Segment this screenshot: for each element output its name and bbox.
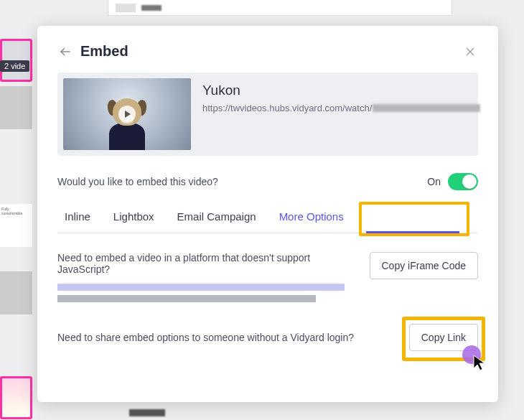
toggle-label: On: [427, 176, 441, 187]
back-arrow-icon[interactable]: [57, 44, 73, 60]
close-icon[interactable]: [462, 44, 478, 60]
code-line: [57, 295, 316, 302]
embed-question: Would you like to embed this video?: [57, 176, 218, 187]
tab-email-campaign[interactable]: Email Campaign: [177, 206, 256, 227]
bg-thumb-5: [0, 376, 32, 419]
code-line: [57, 284, 345, 291]
active-tab-underline: [366, 231, 459, 233]
cursor-arrow-icon: [472, 354, 487, 371]
toggle-wrap: On: [427, 173, 478, 190]
embed-toggle-row: Would you like to embed this video? On: [57, 173, 478, 190]
copy-link-wrap: Copy Link: [409, 324, 478, 351]
bg-thumb-2: [0, 86, 32, 129]
video-meta: Yukon https://twvideos.hubs.vidyard.com/…: [202, 78, 480, 150]
share-section-text: Need to share embed options to someone w…: [57, 332, 354, 343]
bg-redacted-2: [129, 409, 165, 416]
play-icon: [118, 106, 136, 123]
share-link-section: Need to share embed options to someone w…: [57, 324, 478, 351]
iframe-section-text: Need to embed a video in a platform that…: [57, 252, 358, 275]
iframe-section: Need to embed a video in a platform that…: [57, 252, 478, 307]
embed-modal: Embed Yukon https://twvideos.hubs.vidyar…: [37, 26, 498, 402]
video-url-redacted: [373, 104, 480, 112]
modal-header: Embed: [57, 43, 478, 60]
embed-tabs: Inline Lightbox Email Campaign More Opti…: [57, 206, 478, 233]
video-url-prefix: https://twvideos.hubs.vidyard.com/watch/: [202, 103, 372, 113]
tab-inline[interactable]: Inline: [65, 206, 90, 227]
iframe-code-preview: [57, 284, 358, 302]
modal-title: Embed: [80, 43, 462, 60]
video-title: Yukon: [202, 83, 480, 98]
bg-thumb-3: Fully customizable: [0, 204, 32, 247]
tab-more-options[interactable]: More Options: [279, 206, 344, 227]
tab-lightbox[interactable]: Lightbox: [113, 206, 154, 227]
video-url: https://twvideos.hubs.vidyard.com/watch/: [202, 103, 480, 113]
bg-redacted: [141, 5, 162, 11]
video-thumbnail[interactable]: [63, 78, 191, 150]
video-info-card: Yukon https://twvideos.hubs.vidyard.com/…: [57, 73, 478, 156]
copy-iframe-button[interactable]: Copy iFrame Code: [370, 252, 479, 279]
bg-thumb-4: [0, 271, 32, 314]
bg-video-count-badge: 2 vide: [0, 60, 29, 72]
bg-top-thumb: [116, 4, 136, 12]
embed-toggle[interactable]: [448, 173, 478, 190]
bg-top-box: [108, 0, 452, 16]
